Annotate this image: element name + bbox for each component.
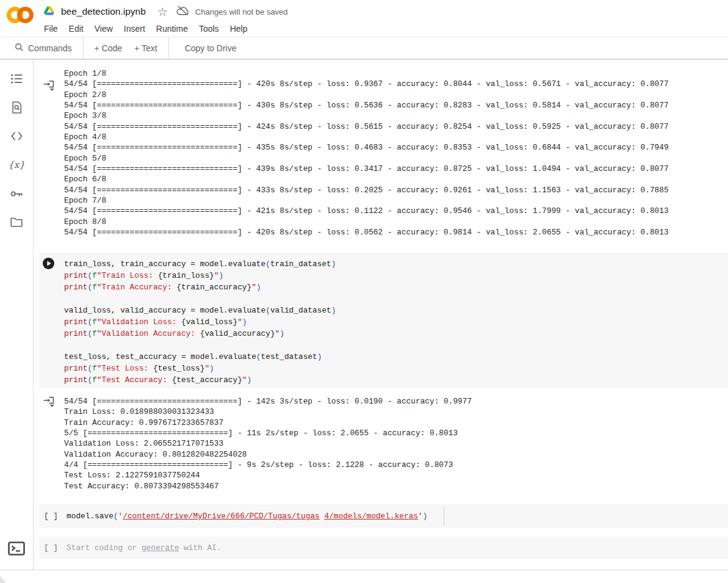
drive-icon (44, 6, 54, 18)
code-placeholder[interactable]: Start coding or generate with AI. (67, 543, 221, 552)
cursor-artifact (0, 576, 6, 583)
code-token: ' (418, 512, 423, 521)
code-token: model.save (67, 512, 114, 521)
cell-prompt[interactable]: [ ] (44, 512, 58, 521)
commands-button[interactable]: Commands (9, 39, 78, 57)
save-model-cell[interactable]: [ ] model.save('/content/drive/MyDrive/6… (39, 504, 728, 528)
code-token: ( (256, 352, 261, 361)
code-token: "Train Accuracy: (97, 283, 177, 292)
output-line: Validation Loss: 2.065521717071533 (64, 438, 472, 449)
code-token: f (92, 375, 97, 385)
code-token: " (242, 375, 247, 385)
menu-item-help[interactable]: Help (225, 22, 253, 35)
menu-item-view[interactable]: View (89, 22, 118, 35)
code-token: ( (265, 259, 270, 269)
code-token: print (64, 317, 87, 327)
add-code-button[interactable]: + Code (88, 40, 129, 57)
code-token: ) (247, 375, 252, 385)
code-token: print (64, 329, 87, 338)
code-token: {valid_loss} (181, 317, 237, 327)
code-editor[interactable]: model.save('/content/drive/MyDrive/666/P… (67, 510, 427, 522)
code-token: " (204, 364, 209, 373)
toolbar-divider (168, 37, 169, 59)
code-token: f (92, 283, 97, 292)
code-line: print(f"Validation Accuracy: {valid_accu… (64, 328, 336, 339)
add-text-button[interactable]: + Text (128, 40, 164, 57)
output-line: 54/54 [==============================] -… (64, 142, 669, 153)
secrets-key-icon[interactable] (9, 186, 24, 201)
code-token: ) (331, 306, 336, 315)
code-line: valid_loss, valid_accuracy = model.evalu… (64, 305, 336, 316)
empty-code-cell[interactable]: [ ] Start coding or generate with AI. (39, 537, 728, 559)
copy-to-drive-button[interactable]: Copy to Drive (179, 40, 243, 57)
code-token: " (237, 317, 242, 327)
files-folder-icon[interactable] (9, 214, 24, 230)
terminal-icon[interactable] (8, 541, 25, 558)
menu-item-tools[interactable]: Tools (193, 22, 225, 35)
variables-icon[interactable]: {x} (9, 157, 24, 173)
training-output: Epoch 1/854/54 [========================… (64, 68, 669, 237)
code-token: "Validation Accuracy: (97, 329, 200, 338)
menu-item-runtime[interactable]: Runtime (151, 22, 193, 35)
output-menu-icon[interactable] (43, 79, 55, 94)
output-line: Train Accuracy: 0.9976717233657837 (64, 418, 472, 428)
file-path-link[interactable]: /content/drive/MyDrive/666/PCD/Tugas/tug… (123, 512, 320, 521)
cloud-off-icon[interactable] (176, 5, 190, 19)
code-token: ) (256, 283, 261, 292)
code-token: ( (114, 512, 118, 521)
code-token: "Test Loss: (97, 364, 153, 373)
evaluate-code-cell[interactable]: train_loss, train_accuracy = model.evalu… (39, 253, 728, 388)
code-token: ( (265, 306, 270, 315)
code-token: train_dataset (270, 259, 331, 269)
menu-item-insert[interactable]: Insert (118, 22, 151, 35)
code-token: "Train Loss: (97, 271, 158, 280)
code-token: train_loss, train_accuracy = model.evalu… (64, 259, 265, 269)
run-cell-button[interactable] (43, 258, 54, 269)
colab-ring-right (17, 7, 34, 23)
menu-item-file[interactable]: File (38, 22, 63, 35)
code-token: " (251, 283, 256, 292)
code-token: print (64, 283, 87, 292)
code-line: print(f"Validation Loss: {valid_loss}") (64, 316, 336, 328)
left-sidebar: {x} (0, 60, 34, 570)
output-line: Train Loss: 0.018988030031323433 (64, 407, 472, 417)
notebook-title[interactable]: bee_detection.ipynb (59, 5, 148, 18)
code-token: f (92, 271, 97, 280)
code-line: train_loss, train_accuracy = model.evalu… (64, 258, 336, 270)
star-icon[interactable]: ☆ (157, 6, 168, 18)
code-token: ) (242, 317, 247, 327)
menu-bar: FileEditViewInsertRuntimeToolsHelp (38, 22, 253, 35)
code-token: test_dataset (261, 352, 317, 361)
output-line: Epoch 8/8 (64, 217, 669, 227)
code-token: {valid_accuracy} (200, 329, 275, 338)
output-line: 54/54 [==============================] -… (64, 185, 669, 195)
code-token: print (64, 271, 87, 280)
cell-prompt[interactable]: [ ] (44, 543, 58, 552)
code-line (64, 293, 336, 305)
colab-logo-icon[interactable] (7, 6, 36, 24)
generate-ai-link[interactable]: generate (142, 543, 179, 552)
code-line: print(f"Train Accuracy: {train_accuracy}… (64, 281, 336, 293)
code-token: "Test Accuracy: (97, 375, 172, 385)
output-line: 54/54 [==============================] -… (64, 79, 669, 89)
code-token: ) (331, 259, 336, 269)
code-token: f (92, 364, 97, 373)
toolbar: Commands + Code + Text Copy to Drive (0, 37, 728, 60)
main-area: {x} (0, 60, 728, 583)
code-token: {train_loss} (158, 271, 214, 280)
code-token: ( (87, 271, 92, 280)
code-token: ) (279, 329, 284, 338)
code-editor[interactable]: train_loss, train_accuracy = model.evalu… (64, 258, 336, 386)
output-line: 54/54 [==============================] -… (64, 227, 669, 237)
table-of-contents-icon[interactable] (9, 71, 24, 87)
menu-item-edit[interactable]: Edit (63, 22, 89, 35)
code-token: test_loss, test_accuracy = model.evaluat… (64, 352, 256, 361)
placeholder-text: Start coding or (67, 543, 142, 552)
file-path-link[interactable]: 4/models/model.keras (324, 512, 418, 521)
find-and-replace-icon[interactable] (9, 100, 24, 115)
code-line: print(f"Train Loss: {train_loss}") (64, 270, 336, 281)
code-snippets-icon[interactable] (9, 128, 24, 144)
code-token: print (64, 375, 87, 385)
output-line: 54/54 [==============================] -… (64, 164, 669, 174)
output-menu-icon[interactable] (43, 396, 55, 410)
